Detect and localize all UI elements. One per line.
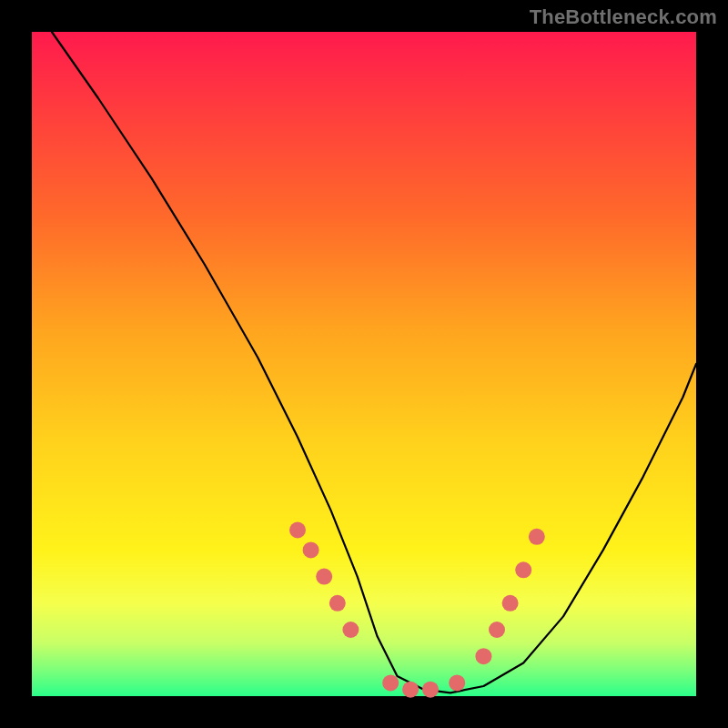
highlight-marker [449,674,465,691]
highlight-marker [303,541,319,558]
chart-frame: TheBottleneck.com [0,0,728,728]
highlight-marker [342,622,359,638]
highlight-marker [382,674,399,691]
highlight-marker [289,522,306,539]
highlight-marker [329,595,346,612]
highlight-marker [316,569,332,585]
highlight-markers [289,522,545,698]
highlight-marker [502,595,519,612]
highlight-marker [489,622,505,638]
watermark-text: TheBottleneck.com [530,5,717,29]
highlight-marker [422,682,439,698]
highlight-marker [515,561,531,578]
highlight-marker [475,648,491,664]
curve-layer [32,32,696,696]
plot-area [32,32,696,696]
bottleneck-curve [52,32,696,693]
highlight-marker [402,682,419,698]
highlight-marker [529,529,545,545]
